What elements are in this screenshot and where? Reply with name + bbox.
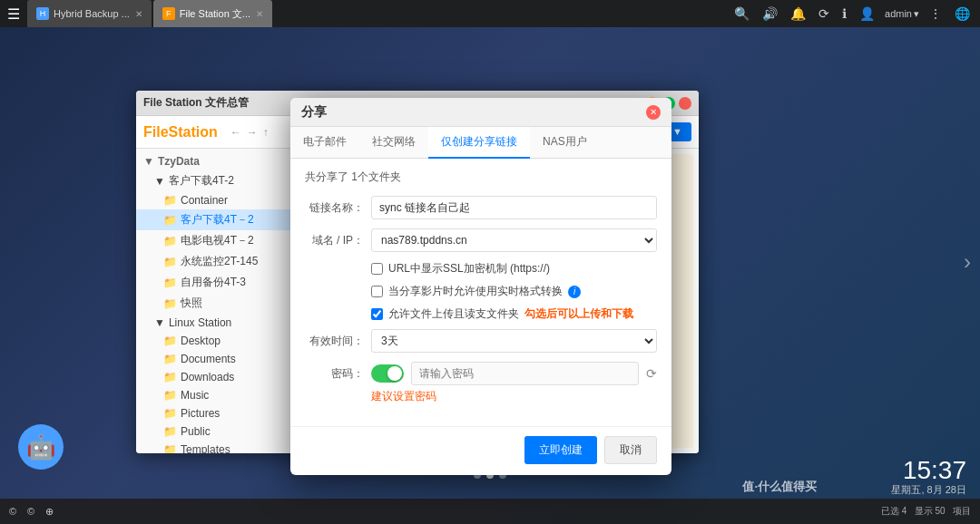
sidebar-item-music[interactable]: 📁 Music [136, 386, 299, 404]
validity-label: 有效时间： [305, 334, 364, 349]
sidebar-item-documents[interactable]: 📁 Documents [136, 350, 299, 368]
checkbox-transcode[interactable] [371, 286, 383, 297]
tab-hybrid-label: Hybrid Backup ... [54, 8, 130, 19]
tab-filestation[interactable]: F File Station 文... ✕ [153, 0, 272, 27]
search-icon[interactable]: 🔍 [731, 6, 752, 21]
sidebar-item-kehu4t2[interactable]: ▼ 客户下载4T-2 [136, 170, 299, 191]
bottom-icon-2[interactable]: © [27, 506, 34, 517]
sidebar-item-kehu-active[interactable]: 📁 客户下载4T－2 [136, 209, 299, 230]
tab-email[interactable]: 电子邮件 [290, 127, 359, 159]
fs-close-button[interactable] [679, 97, 691, 110]
robot-icon: 🤖 [18, 424, 64, 470]
network-icon[interactable]: 🌐 [952, 6, 973, 21]
fs-sidebar: ▼TzyData ▼ 客户下载4T-2 📁 Container 📁 客户下载4T… [136, 149, 299, 453]
admin-label: admin [885, 8, 912, 19]
validity-row: 有效时间： 3天 [305, 329, 657, 353]
filestation-icon: F [162, 7, 175, 20]
password-label: 密码： [305, 366, 364, 382]
sidebar-item-public[interactable]: 📁 Public [136, 422, 299, 441]
sidebar-item-container[interactable]: 📁 Container [136, 191, 299, 209]
clock-date: 星期五, 8月 28日 [891, 483, 966, 497]
checkbox-ssl-label: URL中显示SSL加密机制 (https://) [388, 261, 550, 277]
sidebar-item-templates[interactable]: 📁 Templates [136, 441, 299, 453]
tab-link-only[interactable]: 仅创建分享链接 [428, 127, 530, 159]
bottom-icon-3[interactable]: ⊕ [45, 506, 54, 518]
nav-up[interactable]: ↑ [263, 126, 269, 139]
brand-watermark: 值·什么值得买 [742, 479, 817, 495]
dialog-title: 分享 [301, 104, 646, 121]
domain-label: 域名 / IP： [305, 233, 364, 248]
notification-icon[interactable]: 🔔 [788, 6, 808, 21]
upload-download-hint: 勾选后可以上传和下载 [524, 306, 633, 322]
sidebar-item-tzydata[interactable]: ▼TzyData [136, 152, 299, 170]
sync-icon[interactable]: ⟳ [816, 6, 832, 21]
sidebar-item-movie[interactable]: 📁 电影电视4T－2 [136, 230, 299, 251]
sidebar-item-snapshot[interactable]: 📁 快照 [136, 293, 299, 314]
bottom-right-info: 已选 4 显示 50 项目 [881, 505, 971, 518]
dialog-footer: 立即创建 取消 [290, 426, 671, 475]
link-name-row: 链接名称： [305, 196, 657, 219]
checkbox-transcode-row: 当分享影片时允许使用实时格式转换 i [371, 284, 657, 299]
tab-hybrid[interactable]: H Hybrid Backup ... ✕ [27, 0, 152, 27]
domain-row: 域名 / IP： nas789.tpddns.cn [305, 228, 657, 252]
taskbar-tabs: H Hybrid Backup ... ✕ F File Station 文..… [27, 0, 731, 27]
sidebar-item-pictures[interactable]: 📁 Pictures [136, 404, 299, 422]
sidebar-item-downloads[interactable]: 📁 Downloads [136, 368, 299, 386]
transcode-info-icon[interactable]: i [568, 286, 581, 298]
volume-icon[interactable]: 🔊 [760, 6, 780, 21]
menu-icon[interactable]: ☰ [0, 0, 27, 27]
clock-display: 15:37 星期五, 8月 28日 [891, 458, 966, 497]
create-button[interactable]: 立即创建 [524, 436, 597, 464]
dialog-titlebar: 分享 ✕ [290, 98, 671, 127]
dialog-body: 共分享了 1个文件夹 链接名称： 域名 / IP： nas789.tpddns.… [290, 159, 671, 426]
bottom-left: © © ⊕ [9, 506, 54, 518]
nav-back[interactable]: ← [230, 126, 241, 139]
tab-filestation-close[interactable]: ✕ [256, 9, 263, 19]
suggest-password-text: 建议设置密码 [371, 389, 657, 404]
password-row: 密码： ⟳ [305, 362, 657, 385]
dialog-close-button[interactable]: ✕ [646, 105, 661, 120]
dialog-tabs: 电子邮件 社交网络 仅创建分享链接 NAS用户 [290, 127, 671, 159]
password-toggle[interactable] [371, 364, 404, 383]
tab-filestation-label: File Station 文... [180, 7, 250, 21]
taskbar-right: 🔍 🔊 🔔 ⟳ ℹ 👤 admin ▾ ⋮ 🌐 [731, 6, 980, 21]
bottom-icon-1[interactable]: © [9, 506, 16, 517]
user-icon[interactable]: 👤 [857, 6, 877, 21]
domain-select[interactable]: nas789.tpddns.cn [371, 228, 657, 252]
cancel-button[interactable]: 取消 [604, 436, 657, 464]
checkbox-transcode-label: 当分享影片时允许使用实时格式转换 [388, 284, 563, 299]
sidebar-item-monitor[interactable]: 📁 永统监控2T-145 [136, 251, 299, 272]
clock-time: 15:37 [891, 458, 966, 483]
nav-forward[interactable]: → [247, 126, 258, 139]
tab-hybrid-close[interactable]: ✕ [135, 9, 142, 19]
validity-select[interactable]: 3天 [371, 329, 657, 353]
checkbox-ssl[interactable] [371, 263, 383, 275]
tab-nas-user[interactable]: NAS用户 [530, 127, 600, 159]
taskbar-top: ☰ H Hybrid Backup ... ✕ F File Station 文… [0, 0, 980, 27]
sidebar-item-linux[interactable]: ▼ Linux Station [136, 314, 299, 332]
checkbox-upload-row: 允许文件上传且读支文件夹 勾选后可以上传和下载 [371, 306, 657, 322]
sidebar-item-desktop[interactable]: 📁 Desktop [136, 332, 299, 350]
bottom-right: 已选 4 显示 50 项目 [881, 505, 971, 518]
admin-dropdown-icon: ▾ [914, 8, 919, 20]
sidebar-item-backup[interactable]: 📁 自用备份4T-3 [136, 272, 299, 293]
password-input[interactable] [411, 362, 639, 385]
arrow-right-icon[interactable]: › [964, 249, 971, 275]
password-refresh-icon[interactable]: ⟳ [646, 366, 657, 381]
checkbox-ssl-row: URL中显示SSL加密机制 (https://) [371, 261, 657, 277]
shared-info: 共分享了 1个文件夹 [305, 170, 657, 185]
taskbar-bottom: © © ⊕ 已选 4 显示 50 项目 [0, 499, 980, 524]
share-dialog: 分享 ✕ 电子邮件 社交网络 仅创建分享链接 NAS用户 共分享了 1个文件夹 … [290, 98, 671, 475]
link-name-input[interactable] [371, 196, 657, 219]
checkbox-upload-label: 允许文件上传且读支文件夹 [388, 306, 519, 322]
more-icon[interactable]: ⋮ [926, 6, 945, 21]
filestation-logo: FileStation [143, 124, 218, 141]
link-name-label: 链接名称： [305, 200, 364, 216]
info-icon[interactable]: ℹ [839, 6, 849, 21]
admin-button[interactable]: admin ▾ [885, 8, 919, 20]
hybrid-icon: H [36, 7, 49, 20]
tab-social[interactable]: 社交网络 [359, 127, 428, 159]
checkbox-upload[interactable] [371, 308, 383, 320]
